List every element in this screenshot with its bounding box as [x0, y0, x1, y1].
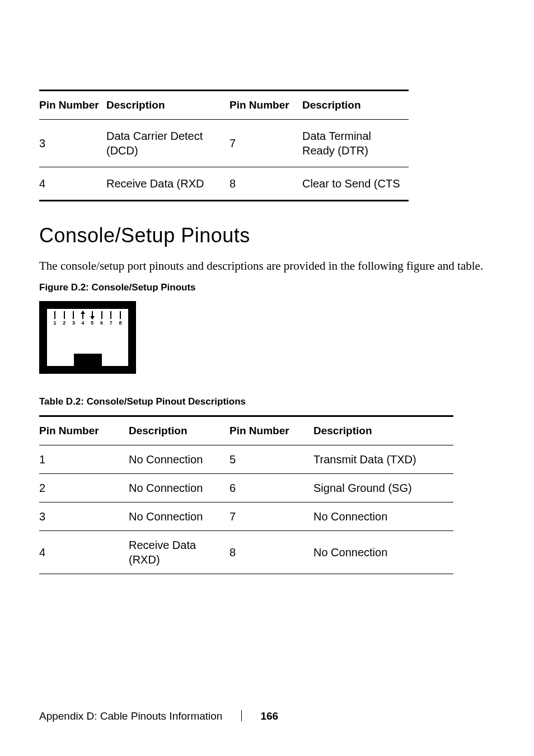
table-row: 4 Receive Data (RXD 8 Clear to Send (CTS: [39, 167, 409, 201]
section-heading: Console/Setup Pinouts: [39, 224, 495, 247]
pin-5: 5: [89, 311, 96, 326]
cell-pin-b: 6: [229, 474, 313, 503]
page-number: 166: [260, 710, 278, 722]
col-description-b: Description: [302, 91, 409, 120]
table-row: 2 No Connection 6 Signal Ground (SG): [39, 474, 453, 503]
col-pin-number-a: Pin Number: [39, 91, 106, 120]
pinout-table-partial: Pin Number Description Pin Number Descri…: [39, 90, 409, 201]
cell-pin-b: 7: [229, 503, 313, 531]
col-pin-number-b: Pin Number: [229, 416, 313, 445]
appendix-label: Appendix D: Cable Pinouts Information: [39, 710, 222, 722]
col-description-a: Description: [129, 416, 229, 445]
pin-row: 1 2 3 4 5 6 7 8: [51, 311, 124, 326]
table-row: 3 Data Carrier Detect (DCD) 7 Data Termi…: [39, 120, 409, 167]
table-row: 1 No Connection 5 Transmit Data (TXD): [39, 445, 453, 474]
cell-desc-b: Data Terminal Ready (DTR): [302, 120, 409, 167]
pin-1: 1: [51, 311, 58, 326]
table-header-row: Pin Number Description Pin Number Descri…: [39, 91, 409, 120]
cell-pin-b: 7: [229, 120, 302, 167]
cell-pin-a: 3: [39, 120, 106, 167]
col-pin-number-b: Pin Number: [229, 91, 302, 120]
pin-8: 8: [117, 311, 124, 326]
cell-pin-a: 4: [39, 531, 129, 574]
pin-4: 4: [79, 311, 86, 326]
cell-pin-b: 5: [229, 445, 313, 474]
connector-figure: 1 2 3 4 5 6 7 8: [39, 301, 136, 374]
cell-desc-a: No Connection: [129, 445, 229, 474]
cell-desc-b: Signal Ground (SG): [313, 474, 453, 503]
pin-3: 3: [70, 311, 77, 326]
table-header-row: Pin Number Description Pin Number Descri…: [39, 416, 453, 445]
cell-desc-a: Data Carrier Detect (DCD): [106, 120, 229, 167]
pin-2: 2: [61, 311, 68, 326]
cell-pin-b: 8: [229, 531, 313, 574]
connector-body: 1 2 3 4 5 6 7 8: [47, 309, 128, 366]
cell-pin-a: 3: [39, 503, 129, 531]
cell-desc-b: Clear to Send (CTS: [302, 167, 409, 201]
table-row: 3 No Connection 7 No Connection: [39, 503, 453, 531]
table-row: 4 Receive Data (RXD) 8 No Connection: [39, 531, 453, 574]
connector-notch: [74, 354, 102, 366]
footer-separator: [241, 710, 242, 721]
col-description-b: Description: [313, 416, 453, 445]
cell-pin-a: 1: [39, 445, 129, 474]
cell-desc-b: Transmit Data (TXD): [313, 445, 453, 474]
cell-pin-b: 8: [229, 167, 302, 201]
cell-pin-a: 4: [39, 167, 106, 201]
pin-7: 7: [107, 311, 114, 326]
figure-caption: Figure D.2: Console/Setup Pinouts: [39, 282, 495, 293]
cell-desc-a: Receive Data (RXD: [106, 167, 229, 201]
page-footer: Appendix D: Cable Pinouts Information 16…: [39, 710, 278, 722]
cell-desc-a: Receive Data (RXD): [129, 531, 229, 574]
cell-desc-b: No Connection: [313, 503, 453, 531]
cell-desc-a: No Connection: [129, 474, 229, 503]
col-pin-number-a: Pin Number: [39, 416, 129, 445]
console-setup-pinout-table: Pin Number Description Pin Number Descri…: [39, 415, 453, 574]
cell-pin-a: 2: [39, 474, 129, 503]
cell-desc-b: No Connection: [313, 531, 453, 574]
pin-6: 6: [99, 311, 105, 326]
cell-desc-a: No Connection: [129, 503, 229, 531]
section-intro: The console/setup port pinouts and descr…: [39, 257, 487, 274]
col-description-a: Description: [106, 91, 229, 120]
table-caption: Table D.2: Console/Setup Pinout Descript…: [39, 396, 495, 407]
